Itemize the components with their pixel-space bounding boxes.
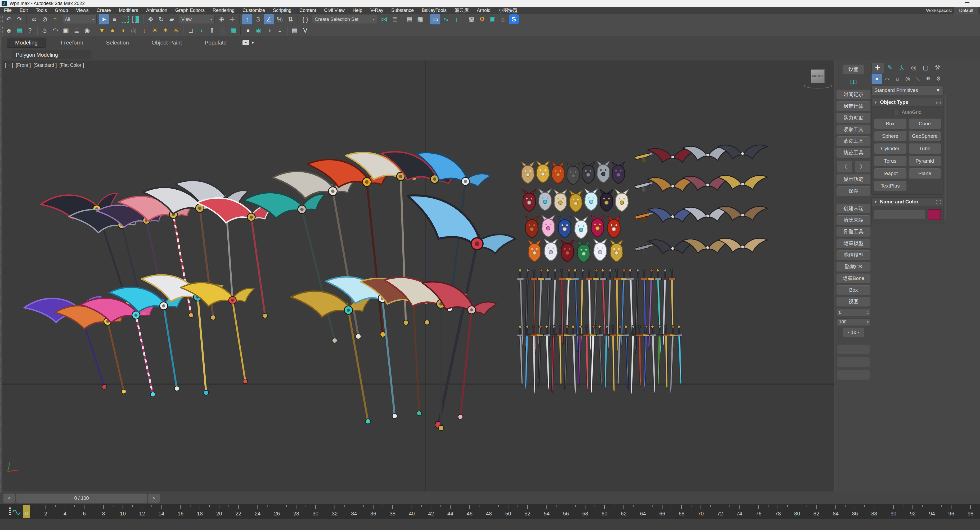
mask-item[interactable] xyxy=(582,161,595,184)
hierarchy-tab[interactable]: ⅄ xyxy=(896,62,908,73)
geometry-category[interactable]: ● xyxy=(872,73,882,84)
sword-weapon[interactable] xyxy=(627,269,636,351)
mask-item[interactable] xyxy=(554,189,567,211)
side-tool-button-13[interactable]: 骨骼工具 xyxy=(836,227,871,237)
mask-item[interactable] xyxy=(593,239,607,261)
snaps-toggle-3d-icon[interactable]: 3 xyxy=(253,14,263,24)
menu-item-content[interactable]: Content xyxy=(296,7,320,14)
mask-item[interactable] xyxy=(566,163,580,185)
mask-item[interactable] xyxy=(544,239,557,261)
menu-item-bskeytools[interactable]: BsKeyTools xyxy=(418,7,450,14)
side-tool-button-16[interactable]: 隐藏CS xyxy=(836,262,871,272)
scythe-weapon[interactable] xyxy=(290,281,394,433)
object-color-swatch[interactable] xyxy=(928,209,941,220)
object-type-button-plane[interactable]: Plane xyxy=(908,168,941,179)
menu-item-arnold[interactable]: Arnold xyxy=(473,7,495,14)
side-tool-button-12[interactable]: 清除末端 xyxy=(836,215,871,225)
scythe-weapon[interactable] xyxy=(180,274,269,391)
menu-item-edit[interactable]: Edit xyxy=(16,7,32,14)
sword-weapon[interactable] xyxy=(676,325,684,387)
sword-weapon[interactable] xyxy=(575,325,584,387)
toolbar-dock-handle[interactable] xyxy=(0,25,2,492)
mask-item[interactable] xyxy=(542,215,555,237)
side-tool-button-18[interactable]: Box xyxy=(836,285,871,295)
polygon-modeling-panel-tab[interactable]: Polygon Modeling xyxy=(12,50,92,59)
mini-curve-editor-icon[interactable] xyxy=(9,508,20,515)
name-and-color-rollout-header[interactable]: ▼ Name and Color xyxy=(872,198,943,206)
curve-editor-icon[interactable]: ∿ xyxy=(441,14,451,24)
rectangular-selection-region-icon[interactable] xyxy=(120,14,130,24)
ribbon-overflow-button[interactable]: ▾ ▾ xyxy=(242,40,254,46)
side-tool-button-22[interactable]: - 1x - xyxy=(843,327,864,337)
undo-icon[interactable]: ↶ xyxy=(4,14,14,24)
space-warp-tool-icon[interactable]: ⇑ xyxy=(207,26,217,35)
mask-item[interactable] xyxy=(551,161,565,184)
geosphere-tool-icon[interactable]: ◎ xyxy=(129,26,139,35)
menu-item-rendering[interactable]: Rendering xyxy=(208,7,239,14)
pistol-weapon[interactable] xyxy=(635,212,654,224)
light-dome-icon[interactable]: ◖ xyxy=(118,26,128,35)
menu-item-animation[interactable]: Animation xyxy=(142,7,171,14)
viewport-menu-general[interactable]: [ + ] xyxy=(5,62,13,68)
side-tool-blank-button[interactable] xyxy=(837,344,870,354)
viewport-menu-pov[interactable]: [Front ] xyxy=(16,62,31,68)
wing-weapon[interactable] xyxy=(718,176,767,189)
mask-item[interactable] xyxy=(528,240,541,262)
lights-category[interactable]: ☼ xyxy=(892,73,903,84)
object-type-button-tube[interactable]: Tube xyxy=(908,143,941,154)
sword-weapon[interactable] xyxy=(602,325,610,391)
workspaces-control[interactable]: Workspaces: Default xyxy=(926,7,978,14)
pistol-weapon[interactable] xyxy=(635,244,654,255)
autogrid-checkbox[interactable] xyxy=(893,110,899,115)
menu-item-substance[interactable]: Substance xyxy=(387,7,418,14)
sword-weapon[interactable] xyxy=(655,325,663,387)
menu-item--[interactable]: 小图快渲 xyxy=(495,7,522,14)
menu-item-file[interactable]: File xyxy=(0,7,16,14)
select-and-link-icon[interactable]: ∞ xyxy=(29,14,39,24)
window-crossing-icon[interactable] xyxy=(131,14,141,24)
redo-icon[interactable]: ↷ xyxy=(14,14,24,24)
pistol-weapon[interactable] xyxy=(635,153,654,164)
light-sphere-icon[interactable]: ● xyxy=(108,26,118,35)
reference-coordinate-system-dropdown[interactable]: View▾ xyxy=(179,15,215,24)
object-type-rollout-header[interactable]: ▼ Object Type xyxy=(872,98,943,107)
previous-frame-button[interactable]: < xyxy=(3,493,15,503)
mask-item[interactable] xyxy=(612,161,625,184)
side-tool-button-3[interactable]: 飘带计算 xyxy=(836,101,871,111)
hemisphere-tool-icon[interactable]: ◗ xyxy=(196,26,207,35)
object-type-button-textplus[interactable]: TextPlus xyxy=(874,180,907,191)
side-tool-spinner[interactable]: 100▲▼ xyxy=(837,318,870,326)
object-type-button-pyramid[interactable]: Pyramid xyxy=(908,156,941,166)
side-tool-button-14[interactable]: 隐藏模型 xyxy=(836,238,871,249)
systems-category[interactable]: ⚙ xyxy=(933,73,943,84)
volume-flame-icon[interactable]: ▦ xyxy=(228,26,238,35)
light-down-icon[interactable]: ↓ xyxy=(139,26,149,35)
pistol-weapon[interactable] xyxy=(635,182,654,193)
helpers-category[interactable]: ◺ xyxy=(913,73,923,84)
menu-item-graph-editors[interactable]: Graph Editors xyxy=(171,7,208,14)
toggle-scene-explorer-icon[interactable]: ▤ xyxy=(404,14,415,24)
light-bulb-icon[interactable]: ☀ xyxy=(150,26,160,35)
side-tool-button-0[interactable]: 设置 xyxy=(843,64,864,74)
ribbon-tab-modeling[interactable]: Modeling xyxy=(7,38,46,48)
mask-item[interactable] xyxy=(574,217,588,239)
help-tool-icon[interactable]: ? xyxy=(25,26,35,35)
mask-item[interactable] xyxy=(610,240,623,262)
sword-weapon[interactable] xyxy=(522,325,531,391)
selection-filter-dropdown[interactable]: All▾ xyxy=(62,15,97,24)
wing-weapon[interactable] xyxy=(718,206,767,220)
render-production-icon[interactable]: ♨ xyxy=(498,14,508,24)
side-tool-button-6[interactable]: 蒙皮工具 xyxy=(836,136,871,146)
vray-tool-icon[interactable]: V xyxy=(300,26,310,35)
toolbar-grip[interactable] xyxy=(0,14,3,24)
menu-item-create[interactable]: Create xyxy=(93,7,115,14)
toggle-ribbon-icon[interactable]: ▭ xyxy=(430,14,441,25)
motion-tab[interactable]: ◎ xyxy=(908,62,920,73)
material-balls-icon[interactable]: ◉ xyxy=(254,26,264,35)
shapes-category[interactable]: ▱ xyxy=(882,73,892,84)
use-pivot-point-center-icon[interactable]: ⊕ xyxy=(216,14,227,24)
mask-item[interactable] xyxy=(615,189,628,211)
ghosting-tool-icon[interactable]: ▒ xyxy=(218,26,228,35)
teapot-tool-icon[interactable]: ♨ xyxy=(40,26,50,35)
mask-item[interactable] xyxy=(521,161,535,184)
